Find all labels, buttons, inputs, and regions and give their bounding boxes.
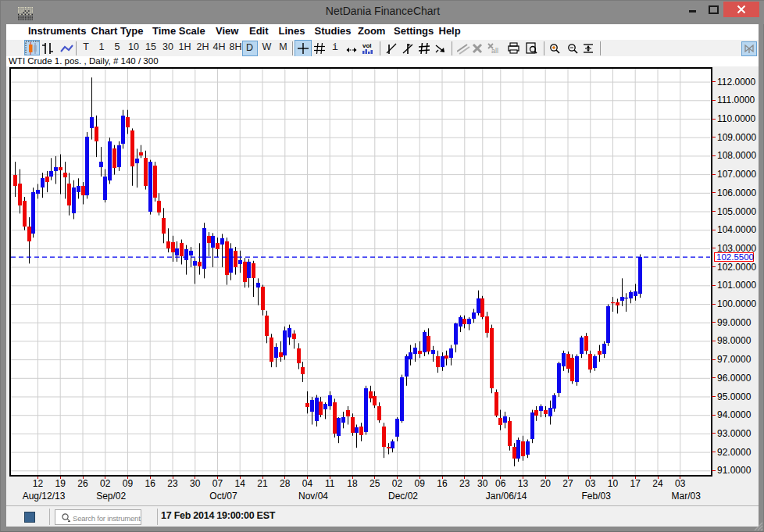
svg-text:all: all bbox=[491, 47, 498, 55]
svg-text:vol: vol bbox=[362, 42, 372, 49]
